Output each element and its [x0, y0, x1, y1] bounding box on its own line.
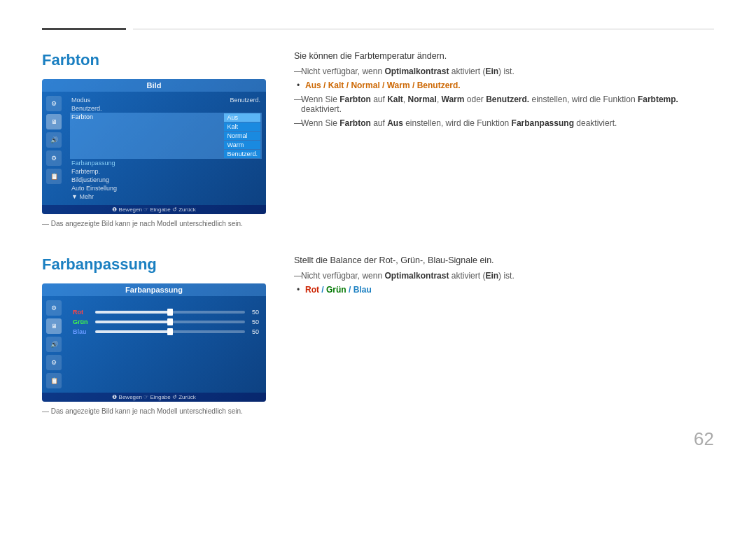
farbton-tv-footer: ❶ Bewegen ☞ Eingabe ↺ Zurück — [42, 205, 266, 214]
farbton-tv-screen: Bild ⚙ 🖥 🔊 ⚙ 📋 ModusBenutzerd. — [42, 79, 266, 214]
tv-icon-3: 🔊 — [46, 132, 62, 148]
tv-menu-benutzerd: Benutzerd. — [70, 104, 262, 113]
farbton-tv-body: ⚙ 🖥 🔊 ⚙ 📋 ModusBenutzerd. Benutzerd. — [42, 92, 266, 205]
farbanpassung-tv-screen: Farbanpassung ⚙ 🖥 🔊 ⚙ 📋 — [42, 283, 266, 402]
section-farbton: Farbton Bild ⚙ 🖥 🔊 ⚙ 📋 — [42, 51, 714, 227]
farbanpassung-tv-sliders: Rot 50 Grün — [70, 300, 262, 388]
section-farbanpassung: Farbanpassung Farbanpassung ⚙ 🖥 🔊 ⚙ 📋 — [42, 255, 714, 415]
farbanpassung-tv-icons: ⚙ 🖥 🔊 ⚙ 📋 — [46, 300, 66, 388]
page-container: Farbton Bild ⚙ 🖥 🔊 ⚙ 📋 — [0, 0, 756, 471]
farbanpassung-desc-main: Stellt die Balance der Rot-, Grün-, Blau… — [294, 255, 714, 265]
slider-gruen-thumb — [167, 318, 173, 325]
farbton-note3: Wenn Sie Farbton auf Aus einstellen, wir… — [294, 118, 714, 128]
farbton-left: Farbton Bild ⚙ 🖥 🔊 ⚙ 📋 — [42, 51, 266, 227]
farbanpassung-title: Farbanpassung — [42, 255, 266, 274]
tv-submenu-aus: Aus — [224, 113, 260, 122]
tv-menu-mehr: ▼ Mehr — [70, 192, 262, 201]
slider-rot-thumb — [167, 309, 173, 316]
slider-gruen-bar — [95, 321, 245, 323]
tv-submenu-warm: Warm — [224, 141, 260, 149]
tv-icon-f3: 🔊 — [46, 337, 62, 352]
farbton-tv-menu: ModusBenutzerd. Benutzerd. Farbton Aus K… — [70, 96, 262, 201]
farbanpassung-tv-header: Farbanpassung — [42, 283, 266, 296]
farbton-caption: Das angezeigte Bild kann je nach Modell … — [42, 220, 266, 227]
tv-icon-1: ⚙ — [46, 96, 62, 111]
top-line-light — [133, 29, 714, 29]
slider-gruen: Grün 50 — [70, 317, 262, 327]
farbanpassung-right: Stellt die Balance der Rot-, Grün-, Blau… — [294, 255, 714, 415]
tv-icon-f5: 📋 — [46, 373, 62, 388]
farbton-bullet1: Aus / Kalt / Normal / Warm / Benutzerd. — [294, 80, 714, 90]
farbanpassung-bullet1: Rot / Grün / Blau — [294, 285, 714, 295]
tv-menu-bildjust: Bildjustierung — [70, 176, 262, 184]
farbton-title: Farbton — [42, 51, 266, 69]
farbanpassung-tv-body: ⚙ 🖥 🔊 ⚙ 📋 Rot — [42, 296, 266, 393]
slider-rot-bar — [95, 311, 245, 314]
tv-icon-2: 🖥 — [46, 114, 62, 129]
farbanpassung-left: Farbanpassung Farbanpassung ⚙ 🖥 🔊 ⚙ 📋 — [42, 255, 266, 415]
tv-menu-farbton: Farbton Aus Kalt Normal Warm Benutzerd. — [70, 113, 262, 159]
tv-icon-4: ⚙ — [46, 150, 62, 166]
slider-rot: Rot 50 — [70, 307, 262, 317]
slider-blau-fill — [95, 330, 170, 333]
tv-submenu-kalt: Kalt — [224, 122, 260, 131]
farbanpassung-note1: Nicht verfügbar, wenn Optimalkontrast ak… — [294, 271, 714, 281]
slider-blau: Blau 50 — [70, 327, 262, 337]
tv-submenu: Aus Kalt Normal Warm Benutzerd. — [224, 113, 260, 158]
farbton-right: Sie können die Farbtemperatur ändern. Ni… — [294, 51, 714, 227]
farbanpassung-caption: Das angezeigte Bild kann je nach Modell … — [42, 407, 266, 415]
slider-gruen-fill — [95, 321, 170, 323]
tv-menu-modus: ModusBenutzerd. — [70, 96, 262, 104]
farbton-tv-header: Bild — [42, 79, 266, 92]
farbton-note1: Nicht verfügbar, wenn Optimalkontrast ak… — [294, 66, 714, 76]
farbton-desc-main: Sie können die Farbtemperatur ändern. — [294, 51, 714, 61]
farbanpassung-tv-footer: ❶ Bewegen ☞ Eingabe ↺ Zurück — [42, 393, 266, 402]
farbton-tv-icons: ⚙ 🖥 🔊 ⚙ 📋 — [46, 96, 66, 201]
tv-icon-f4: ⚙ — [46, 355, 62, 370]
tv-icon-f2: 🖥 — [46, 318, 62, 334]
tv-icon-5: 📋 — [46, 169, 62, 184]
page-number: 62 — [694, 428, 714, 450]
top-lines — [42, 28, 714, 30]
farbton-note2: Wenn Sie Farbton auf Kalt, Normal, Warm … — [294, 94, 714, 114]
tv-menu-farbtemp: Farbtemp. — [70, 167, 262, 176]
top-line-dark — [42, 28, 126, 30]
slider-blau-bar — [95, 330, 245, 333]
tv-submenu-normal: Normal — [224, 132, 260, 140]
tv-icon-f1: ⚙ — [46, 300, 62, 316]
tv-submenu-benutzerd: Benutzerd. — [224, 150, 260, 158]
slider-rot-fill — [95, 311, 170, 314]
tv-menu-auto: Auto Einstellung — [70, 184, 262, 192]
slider-blau-thumb — [167, 328, 173, 335]
tv-menu-farbanpassung: Farbanpassung — [70, 159, 262, 167]
